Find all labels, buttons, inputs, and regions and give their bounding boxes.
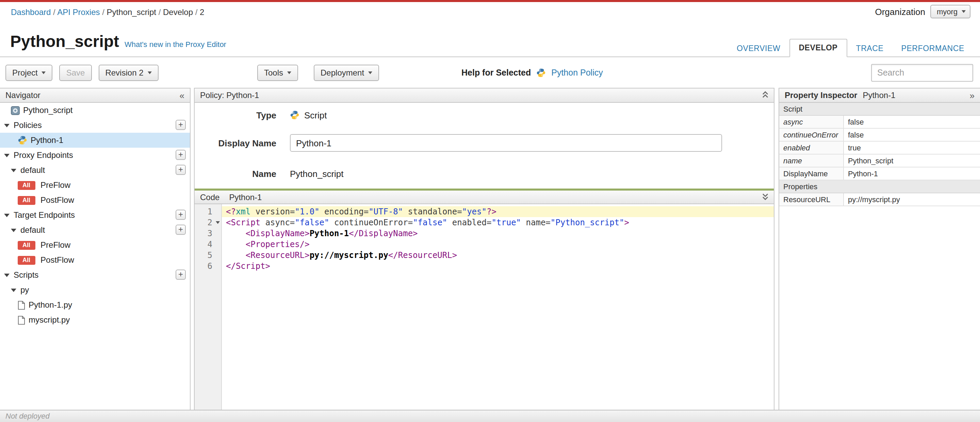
chevron-down-icon (148, 72, 152, 74)
property-inspector-title: Property Inspector (785, 91, 857, 100)
property-section-script: Script (779, 103, 980, 116)
nav-item-label: PreFlow (40, 180, 70, 190)
policy-help-link[interactable]: Python Policy (551, 68, 603, 78)
collapse-code-icon[interactable] (762, 192, 768, 202)
project-menu-label: Project (12, 68, 38, 78)
nav-item-python-script[interactable]: Python_script (0, 103, 190, 118)
property-value: true (844, 142, 980, 154)
nav-item-label: Scripts (14, 270, 38, 280)
save-button[interactable]: Save (60, 65, 92, 81)
code-line: <Properties/> (222, 239, 774, 250)
tab-develop[interactable]: DEVELOP (789, 39, 847, 57)
property-name: async (779, 116, 844, 128)
nav-item-default[interactable]: default+ (0, 163, 190, 178)
project-menu-button[interactable]: Project (5, 65, 53, 81)
breadcrumb-item-api-proxies[interactable]: API Proxies (57, 8, 100, 17)
expand-collapse-icon[interactable] (4, 124, 10, 127)
display-name-label: Display Name (195, 138, 290, 148)
nav-item-postflow[interactable]: AllPostFlow (0, 253, 190, 268)
add-button[interactable]: + (176, 225, 186, 235)
nav-item-python-1[interactable]: Python-1 (0, 133, 190, 148)
name-value: Python_script (290, 169, 344, 179)
organization-label: Organization (875, 6, 925, 17)
collapse-section-icon[interactable] (762, 91, 768, 100)
property-row-enabled: enabledtrue (779, 142, 980, 154)
file-icon (18, 301, 25, 309)
organization-select[interactable]: myorg (931, 5, 970, 18)
nav-item-python-1-py[interactable]: Python-1.py (0, 298, 190, 312)
nav-item-label: Python-1.py (29, 300, 72, 310)
tab-overview[interactable]: OVERVIEW (728, 40, 789, 57)
nav-item-policies[interactable]: Policies+ (0, 118, 190, 133)
breadcrumb-item-dashboard[interactable]: Dashboard (11, 8, 51, 17)
python-icon (290, 110, 299, 120)
nav-item-myscript-py[interactable]: myscript.py (0, 312, 190, 327)
display-name-input[interactable] (290, 134, 722, 152)
deployment-status: Not deployed (5, 412, 50, 420)
organization-cluster: Organization myorg (875, 5, 970, 18)
nav-item-label: default (21, 166, 45, 175)
search-input[interactable] (871, 64, 973, 82)
policy-header-title: Policy: Python-1 (200, 91, 259, 100)
add-button[interactable]: + (176, 120, 186, 130)
property-inspector-subtitle: Python-1 (862, 91, 895, 100)
add-button[interactable]: + (176, 150, 186, 160)
nav-item-label: Python-1 (30, 135, 63, 145)
apigee-proxy-editor: Dashboard / API Proxies / Python_script … (0, 0, 980, 422)
expand-collapse-icon[interactable] (11, 288, 16, 291)
breadcrumb-separator: / (51, 8, 57, 17)
tab-performance[interactable]: PERFORMANCE (892, 40, 973, 57)
property-value: py://myscript.py (844, 193, 980, 205)
code-editor[interactable]: 123456 <?xml version="1.0" encoding="UTF… (195, 204, 774, 410)
nav-item-default[interactable]: default+ (0, 223, 190, 237)
nav-item-proxy-endpoints[interactable]: Proxy Endpoints+ (0, 148, 190, 163)
property-name: continueOnError (779, 129, 844, 141)
collapse-panel-icon[interactable]: « (180, 91, 185, 100)
deployment-menu-label: Deployment (321, 68, 364, 78)
flow-condition-badge: All (18, 256, 35, 264)
property-row-async: asyncfalse (779, 116, 980, 129)
nav-item-scripts[interactable]: Scripts+ (0, 268, 190, 282)
property-value: Python_script (844, 154, 980, 167)
property-name: DisplayName (779, 167, 844, 180)
nav-item-label: Target Endpoints (14, 210, 75, 220)
tools-menu-label: Tools (264, 68, 283, 78)
add-button[interactable]: + (176, 210, 186, 220)
nav-item-preflow[interactable]: AllPreFlow (0, 178, 190, 193)
code-line: </Script> (222, 261, 774, 272)
help-for-selected-label: Help for Selected (461, 68, 531, 78)
tab-trace[interactable]: TRACE (847, 40, 892, 57)
expand-panel-icon[interactable]: » (970, 91, 975, 100)
property-row-resourceurl: ResourceURLpy://myscript.py (779, 193, 980, 206)
code-line: <Script async="false" continueOnError="f… (222, 217, 774, 228)
flow-condition-badge: All (18, 240, 35, 250)
expand-collapse-icon[interactable] (11, 228, 16, 232)
property-section-properties: Properties (779, 180, 980, 193)
property-value: false (844, 129, 980, 141)
nav-item-py[interactable]: py (0, 282, 190, 298)
navigator-title: Navigator (5, 91, 40, 100)
nav-item-target-endpoints[interactable]: Target Endpoints+ (0, 208, 190, 223)
property-row-continueonerror: continueOnErrorfalse (779, 129, 980, 142)
add-button[interactable]: + (176, 269, 186, 280)
nav-item-label: Policies (14, 121, 42, 130)
code-line: <?xml version="1.0" encoding="UTF-8" sta… (222, 206, 774, 217)
expand-collapse-icon[interactable] (11, 169, 16, 172)
expand-collapse-icon[interactable] (4, 273, 10, 277)
whats-new-link[interactable]: What's new in the Proxy Editor (124, 40, 226, 48)
deployment-menu-button[interactable]: Deployment (314, 65, 379, 81)
breadcrumb-separator: / (100, 8, 107, 17)
fold-icon[interactable] (216, 221, 220, 224)
add-button[interactable]: + (176, 165, 186, 175)
nav-item-label: Proxy Endpoints (14, 150, 73, 160)
expand-collapse-icon[interactable] (4, 153, 10, 157)
nav-item-postflow[interactable]: AllPostFlow (0, 193, 190, 208)
tools-menu-button[interactable]: Tools (257, 65, 298, 81)
main-area: Navigator « Python_scriptPolicies+ Pytho… (0, 88, 980, 410)
revision-menu-button[interactable]: Revision 2 (98, 65, 158, 81)
nav-item-label: PostFlow (40, 255, 74, 265)
nav-item-preflow[interactable]: AllPreFlow (0, 237, 190, 253)
expand-collapse-icon[interactable] (4, 213, 10, 217)
breadcrumb-item-python-script: Python_script (107, 8, 156, 17)
nav-item-label: Python_script (23, 105, 73, 115)
